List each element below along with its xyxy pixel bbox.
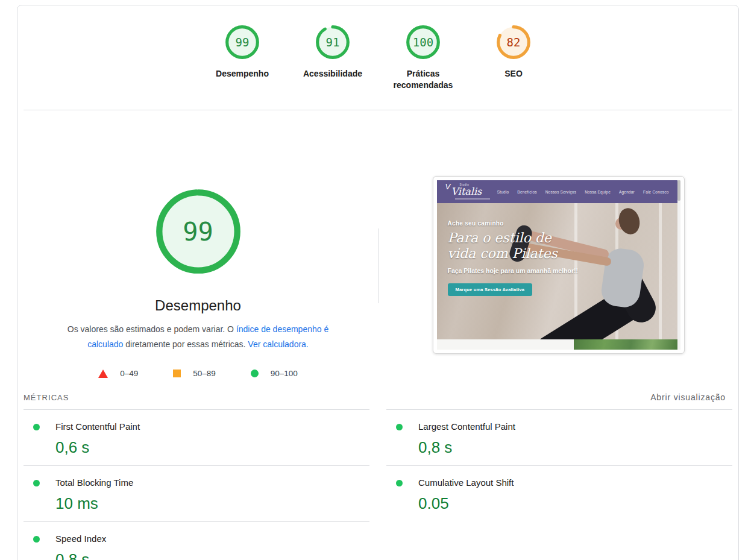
preview-footer-white (437, 339, 574, 350)
metric-label: Cumulative Layout Shift (418, 477, 514, 489)
preview-cta-button: Marque uma Sessão Avaliativa (448, 283, 533, 296)
metric-label: Total Blocking Time (55, 477, 133, 489)
metric-value: 10 ms (55, 494, 369, 513)
pass-range-label: 90–100 (271, 369, 298, 378)
metric-largest-contentful-paint: Largest Contentful Paint 0,8 s (386, 410, 732, 466)
preview-nav-item: Nossos Serviços (545, 190, 576, 194)
performance-score-value: 99 (224, 24, 260, 60)
preview-subheadline: Faça Pilates hoje para um amanhã melhor!… (448, 266, 579, 275)
preview-nav-item: Fale Conosco (643, 190, 669, 194)
accessibility-category-label: Acessibilidade (303, 68, 362, 80)
performance-overview-region: 99 Desempenho Os valores são estimados e… (17, 110, 738, 378)
site-preview-thumbnail: V Studio Vitalis Studio Benefícios Nosso… (433, 176, 685, 354)
metric-label: Speed Index (55, 533, 106, 545)
description-text: diretamente por essas métricas. (123, 339, 248, 349)
preview-hero-copy: Ache seu caminho Para o estilo de vida c… (448, 220, 579, 296)
column-divider (378, 228, 379, 303)
preview-hero-image: Ache seu caminho Para o estilo de vida c… (437, 203, 677, 339)
preview-nav-item: Benefícios (517, 190, 536, 194)
fail-range-label: 0–49 (120, 369, 138, 378)
category-best-practices[interactable]: 100 Práticas recomendadas (378, 24, 468, 91)
performance-category-label: Desempenho (216, 68, 269, 80)
metrics-header-row: MÉTRICAS Abrir visualização (24, 392, 732, 402)
metrics-heading: MÉTRICAS (24, 393, 69, 402)
legend-average-range: 50–89 (173, 369, 216, 378)
metric-label: First Contentful Paint (55, 421, 140, 433)
preview-site-header: V Studio Vitalis Studio Benefícios Nosso… (437, 180, 677, 203)
performance-section-title: Desempenho (17, 297, 379, 315)
average-range-label: 50–89 (193, 369, 216, 378)
metric-cumulative-layout-shift: Cumulative Layout Shift 0.05 (386, 466, 732, 521)
metrics-section: MÉTRICAS Abrir visualização First Conten… (17, 392, 738, 560)
seo-score-gauge: 82 (495, 24, 532, 60)
metric-label: Largest Contentful Paint (418, 421, 515, 433)
performance-summary-column: 99 Desempenho Os valores são estimados e… (17, 110, 379, 378)
best-practices-category-label: Práticas recomendadas (387, 68, 459, 91)
preview-site-nav: Studio Benefícios Nossos Serviços Nossa … (497, 190, 669, 194)
seo-score-value: 82 (495, 24, 532, 60)
pass-dot-icon (33, 480, 40, 486)
logo-small-text: Studio (460, 184, 490, 187)
preview-scrollbar-thumb (677, 180, 680, 201)
swan-logo-icon: V (445, 183, 451, 190)
performance-description: Os valores são estimados e podem variar.… (54, 322, 343, 352)
preview-headline-line2: vida com Pilates (448, 246, 579, 262)
preview-headline: Para o estilo de vida com Pilates (448, 230, 579, 262)
performance-main-score-value: 99 (153, 186, 244, 277)
fail-triangle-icon (98, 370, 108, 378)
metric-value: 0,6 s (55, 438, 369, 457)
preview-headline-line1: Para o estilo de (448, 230, 579, 246)
average-square-icon (173, 370, 181, 377)
pass-dot-icon (33, 536, 40, 543)
open-visualization-button[interactable]: Abrir visualização (650, 392, 732, 402)
site-preview-column: V Studio Vitalis Studio Benefícios Nosso… (379, 110, 738, 378)
preview-footer-strip (437, 339, 677, 350)
best-practices-score-gauge: 100 (405, 24, 441, 60)
logo-underline (455, 198, 490, 200)
performance-main-gauge: 99 (153, 186, 244, 277)
preview-site-logo: V Studio Vitalis (445, 184, 490, 200)
legend-pass-range: 90–100 (251, 369, 298, 378)
category-seo[interactable]: 82 SEO (468, 24, 559, 91)
score-legend: 0–49 50–89 90–100 (17, 369, 379, 378)
metric-total-blocking-time: Total Blocking Time 10 ms (24, 466, 369, 522)
lighthouse-report-card: 99 Desempenho 91 Acessibilidade 100 (17, 5, 739, 560)
preview-nav-item: Studio (497, 190, 509, 194)
best-practices-score-value: 100 (405, 24, 441, 60)
category-scores-header: 99 Desempenho 91 Acessibilidade 100 (17, 5, 738, 110)
metric-value: 0,8 s (55, 550, 369, 560)
window-frame-shape (659, 203, 662, 339)
metric-speed-index: Speed Index 0,8 s (24, 522, 369, 560)
preview-footer-foliage (574, 339, 677, 350)
see-calculator-link[interactable]: Ver calculadora. (248, 339, 308, 349)
site-preview-page: V Studio Vitalis Studio Benefícios Nosso… (437, 180, 677, 350)
hair-shape (616, 206, 643, 237)
preview-tagline: Ache seu caminho (448, 220, 579, 227)
pass-dot-icon (33, 424, 40, 430)
performance-score-gauge: 99 (224, 24, 260, 60)
pass-circle-icon (251, 370, 259, 377)
metrics-columns: First Contentful Paint 0,6 s Total Block… (24, 409, 732, 560)
metric-first-contentful-paint: First Contentful Paint 0,6 s (24, 410, 369, 466)
metric-value: 0,8 s (418, 438, 732, 457)
category-accessibility[interactable]: 91 Acessibilidade (288, 24, 378, 91)
preview-nav-item: Nossa Equipe (585, 190, 611, 194)
category-performance[interactable]: 99 Desempenho (197, 24, 288, 91)
description-text: Os valores são estimados e podem variar.… (68, 324, 236, 334)
pass-dot-icon (396, 480, 403, 486)
metrics-column-left: First Contentful Paint 0,6 s Total Block… (24, 409, 369, 560)
preview-nav-item: Agendar (619, 190, 635, 194)
pass-dot-icon (396, 424, 403, 430)
preview-scrollbar (677, 180, 680, 350)
metric-value: 0.05 (418, 494, 732, 513)
accessibility-score-value: 91 (315, 24, 351, 60)
metrics-column-right: Largest Contentful Paint 0,8 s Cumulativ… (386, 409, 732, 560)
seo-category-label: SEO (504, 68, 523, 80)
legend-fail-range: 0–49 (98, 369, 138, 378)
logo-main-text: Vitalis (451, 187, 490, 197)
accessibility-score-gauge: 91 (315, 24, 351, 60)
